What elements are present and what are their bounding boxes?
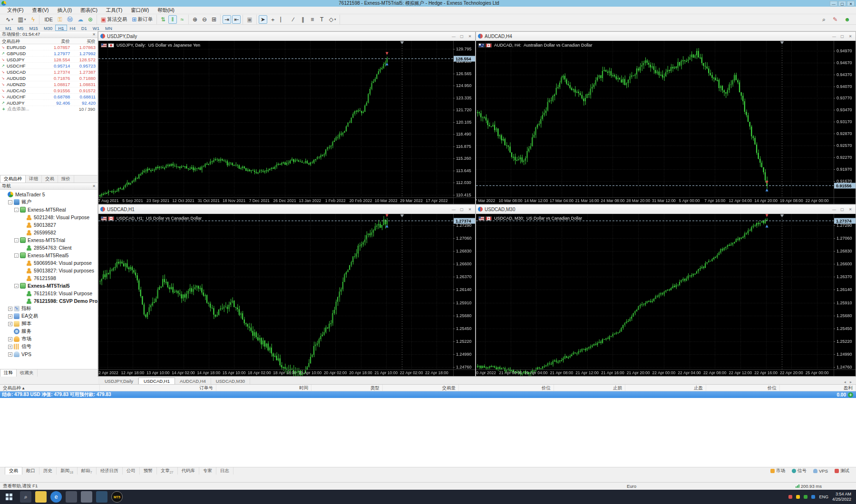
tree-item[interactable]: MetaTrader 5 xyxy=(1,191,97,198)
toolbox-column-3[interactable]: 类型 xyxy=(311,385,383,391)
chart-window-titlebar[interactable]: USDCAD,H1—▢✕ xyxy=(98,205,475,214)
panel-tab-市场[interactable]: 市场 xyxy=(768,467,788,475)
chart-tab-USDCAD,M30[interactable]: USDCAD,M30 xyxy=(211,378,250,384)
chart-tab-scroll-arrows[interactable]: ◂ ▸ xyxy=(844,380,856,384)
taskbar-clock[interactable]: 3:54 AM 4/25/2022 xyxy=(832,492,851,503)
channel-button[interactable]: ∥ xyxy=(299,15,307,24)
close-icon[interactable]: ✕ xyxy=(92,32,96,37)
toolbox-tab-历史[interactable]: 历史 xyxy=(39,467,57,475)
close-chart-button[interactable]: ✕ xyxy=(847,207,854,212)
chart-candle-button[interactable]: ▥▾ xyxy=(16,15,28,24)
toolbox-tab-文章[interactable]: 文章27 xyxy=(157,467,178,475)
tray-icon[interactable] xyxy=(811,495,815,499)
minimize-chart-button[interactable]: — xyxy=(450,207,457,212)
panel-tab-信号[interactable]: 信号 xyxy=(789,467,809,475)
community-button[interactable]: ☻ xyxy=(842,15,852,24)
algo-trading-button[interactable]: ▣算法交易 xyxy=(99,15,129,24)
taskbar-app-icon[interactable] xyxy=(81,491,92,503)
panel-tab-测试[interactable]: 测试 xyxy=(832,467,852,475)
chart-tab-AUDCAD,H4[interactable]: AUDCAD,H4 xyxy=(175,378,211,384)
close-chart-button[interactable]: ✕ xyxy=(847,34,854,39)
taskbar-mt5-icon[interactable]: MT5 xyxy=(111,491,123,503)
metaquotes-button[interactable]: Ⓜ xyxy=(65,15,75,24)
toolbox-column-4[interactable]: 交易量 xyxy=(383,385,459,391)
menu-item-3[interactable]: 图表(C) xyxy=(76,7,102,14)
toolbox-column-8[interactable]: 价位 xyxy=(706,385,780,391)
shift-end-button[interactable]: ⇥ xyxy=(223,15,231,24)
market-watch-tab-报价[interactable]: 报价 xyxy=(58,175,74,183)
navigator-tab-收藏夹[interactable]: 收藏夹 xyxy=(17,369,38,377)
toolbox-tab-预警[interactable]: 预警 xyxy=(140,467,157,475)
toolbox-column-9[interactable]: 盈利 xyxy=(780,385,856,391)
tree-item[interactable]: -账户 xyxy=(1,198,97,206)
chart-window-titlebar[interactable]: USDJPY,Daily—▢✕ xyxy=(98,32,475,41)
bolt-button[interactable]: ϟ xyxy=(29,15,37,24)
line-chart-button[interactable]: ≈ xyxy=(178,15,186,24)
tree-item[interactable]: 服务 xyxy=(1,328,97,335)
tile-windows-button[interactable]: ⊞ xyxy=(210,15,218,24)
new-order-plus-icon[interactable]: ＋ xyxy=(848,392,853,397)
lock-button[interactable]: ⚿ xyxy=(56,15,64,24)
close-chart-button[interactable]: ✕ xyxy=(467,207,473,212)
search-button[interactable]: ⌕ xyxy=(819,15,828,24)
menu-item-5[interactable]: 窗口(W) xyxy=(126,7,153,14)
new-order-button[interactable]: ⊞新订单 xyxy=(130,15,155,24)
maximize-window-button[interactable]: ▢ xyxy=(838,1,846,6)
expand-toggle-icon[interactable]: - xyxy=(14,208,19,212)
toolbox-tab-专家[interactable]: 专家 xyxy=(199,467,216,475)
market-watch-tab-交易[interactable]: 交易 xyxy=(42,175,58,183)
market-watch-tab-详细[interactable]: 详细 xyxy=(26,175,42,183)
toolbox-column-2[interactable]: 时间 xyxy=(216,385,311,391)
expand-toggle-icon[interactable]: - xyxy=(14,284,19,288)
toolbox-tab-邮箱[interactable]: 邮箱7 xyxy=(78,467,97,475)
chart-canvas-USDCAD,H1[interactable] xyxy=(98,214,475,376)
close-chart-button[interactable]: ✕ xyxy=(467,34,473,39)
column-symbol[interactable]: 交易品种 xyxy=(0,38,45,44)
tree-item[interactable]: +VPS xyxy=(1,350,97,358)
panel-tab-VPS[interactable]: VPS xyxy=(810,468,831,474)
toolbox-tab-交易[interactable]: 交易 xyxy=(5,467,22,475)
market-watch-tab-交易品种[interactable]: 交易品种 xyxy=(0,175,26,183)
tree-item[interactable]: 28554763: Client xyxy=(1,244,97,252)
toolbox-column-5[interactable]: 价位 xyxy=(459,385,554,391)
tree-item[interactable]: +指标 xyxy=(1,305,97,312)
toolbox-column-6[interactable]: 止损 xyxy=(554,385,625,391)
zoom-out-button[interactable]: ⊖ xyxy=(200,15,209,24)
market-watch-row[interactable]: ↘AUDNZD1.088171.08831 xyxy=(0,81,97,87)
market-watch-row[interactable]: ↗USDCHF0.957140.95723 xyxy=(0,63,97,69)
timeframe-w1[interactable]: W1 xyxy=(90,25,102,31)
taskbar-app-icon[interactable] xyxy=(96,491,107,503)
market-watch-add-row[interactable]: ＋ 点击添加... 10 / 390 xyxy=(0,106,97,112)
chart-window-titlebar[interactable]: AUDCAD,H4—▢✕ xyxy=(476,32,856,41)
tree-item[interactable]: 59013827 xyxy=(1,221,97,229)
timeframe-mn[interactable]: MN xyxy=(102,25,115,31)
chart-line-button[interactable]: ∿▾ xyxy=(4,15,15,24)
menu-item-6[interactable]: 帮助(H) xyxy=(153,7,179,14)
market-watch-row[interactable]: ↘AUDCAD0.915560.91572 xyxy=(0,87,97,94)
expand-toggle-icon[interactable]: + xyxy=(8,345,12,349)
tree-item[interactable]: 26599582 xyxy=(1,229,97,236)
market-watch-row[interactable]: ↘USDJPY128.554128.572 xyxy=(0,57,97,63)
market-watch-row[interactable]: ↗AUDJPY92.40692.420 xyxy=(0,100,97,106)
start-button[interactable] xyxy=(6,494,12,500)
tree-item[interactable]: +脚本 xyxy=(1,320,97,328)
toolbox-column-7[interactable]: 止盈 xyxy=(625,385,706,391)
column-ask[interactable]: 买价 xyxy=(72,38,97,44)
vline-button[interactable]: ⎸ xyxy=(279,15,288,24)
chart-tab-USDJPY,Daily[interactable]: USDJPY,Daily xyxy=(100,378,138,384)
close-icon[interactable]: ✕ xyxy=(92,184,96,188)
taskbar-app-icon[interactable] xyxy=(66,491,77,503)
timeframe-h4[interactable]: H4 xyxy=(67,25,78,31)
market-watch-row[interactable]: ↘AUDCHF0.687880.68811 xyxy=(0,94,97,100)
minimize-chart-button[interactable]: — xyxy=(831,34,837,39)
toolbox-tab-公司[interactable]: 公司 xyxy=(123,467,140,475)
minimize-chart-button[interactable]: — xyxy=(450,34,457,39)
chart-canvas-AUDCAD,H4[interactable] xyxy=(476,41,856,204)
chart-canvas-USDCAD,M30[interactable] xyxy=(476,214,856,376)
tree-item[interactable]: +信号 xyxy=(1,343,97,350)
expand-toggle-icon[interactable]: + xyxy=(8,314,12,319)
expand-toggle-icon[interactable]: - xyxy=(8,200,12,204)
taskbar-search-icon[interactable]: ⌕ xyxy=(20,491,31,503)
taskbar-browser-icon[interactable]: e xyxy=(50,491,62,503)
edit-button[interactable]: ✎ xyxy=(831,15,839,24)
